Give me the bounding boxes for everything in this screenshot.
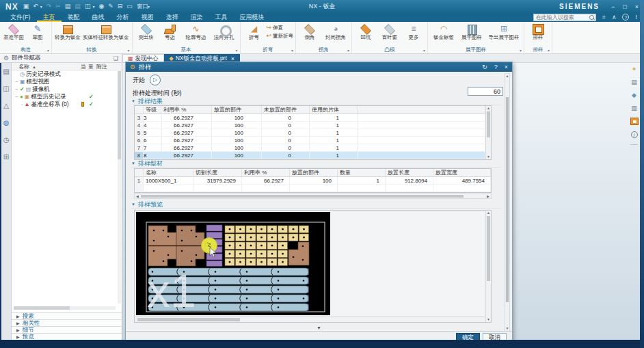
scrollbar-thumb[interactable] bbox=[118, 71, 121, 159]
menu-tab-application[interactable]: 应用模块 bbox=[234, 13, 271, 22]
display-mode-icon[interactable]: ◫ bbox=[85, 0, 91, 13]
undo-icon[interactable]: ↶ bbox=[33, 0, 38, 13]
navigator-section-preview[interactable]: ▶预览 bbox=[12, 333, 122, 340]
alert-icon[interactable]: ! bbox=[635, 14, 637, 21]
scroll-left-icon[interactable]: ◀ bbox=[135, 194, 140, 198]
scroll-down-icon[interactable]: ▼ bbox=[505, 326, 509, 331]
scrollbar-thumb[interactable] bbox=[506, 97, 509, 302]
flat-pattern-button[interactable]: 展平图样 bbox=[458, 23, 485, 40]
group-label-punch[interactable]: 凸模▾ bbox=[354, 46, 425, 53]
assembly-navigator-icon[interactable]: ▤ bbox=[3, 68, 9, 75]
convert-to-sheet-metal-button[interactable]: 转换为钣金 bbox=[54, 23, 81, 40]
menu-tab-select[interactable]: 选择 bbox=[160, 13, 185, 22]
menu-tab-home[interactable]: 主页 bbox=[37, 13, 62, 22]
scrollbar-thumb[interactable] bbox=[137, 318, 240, 321]
microphone-icon[interactable]: ◉ bbox=[98, 0, 104, 13]
menu-tab-curve[interactable]: 曲线 bbox=[86, 13, 111, 22]
column-header[interactable]: 数量 bbox=[338, 169, 386, 177]
command-search-input[interactable] bbox=[533, 14, 596, 21]
constraint-navigator-icon[interactable]: ◫ bbox=[3, 85, 9, 92]
column-comment[interactable]: 附注 bbox=[96, 63, 107, 70]
scroll-right-icon[interactable]: ▶ bbox=[485, 194, 491, 198]
dialog-collapse-icon[interactable]: ▼ bbox=[317, 325, 321, 330]
scroll-up-icon[interactable]: ▲ bbox=[505, 74, 509, 79]
flat-solid-shortcut-icon[interactable]: ▥ bbox=[631, 105, 637, 111]
group-label-flat-pattern[interactable]: 展平图样▾ bbox=[430, 46, 522, 53]
copy-icon[interactable]: ▤ bbox=[65, 0, 71, 13]
column-header[interactable]: 未放置的部件 bbox=[262, 106, 310, 114]
scrollbar-thumb[interactable] bbox=[141, 195, 464, 198]
web-browser-icon[interactable]: ◍ bbox=[3, 120, 10, 126]
save-icon[interactable]: ▣ bbox=[23, 0, 29, 13]
minimize-button[interactable]: − bbox=[611, 3, 615, 10]
export-flat-pattern-button[interactable]: ⊞导出展平图样 bbox=[486, 23, 522, 40]
part-navigator-icon[interactable]: △ bbox=[3, 103, 9, 109]
column-header[interactable]: 等级 bbox=[144, 106, 161, 114]
column-header[interactable]: 利用率 % bbox=[161, 106, 212, 114]
nesting-button[interactable]: 排样 bbox=[526, 23, 550, 40]
menu-tab-assembly[interactable]: 装配 bbox=[62, 13, 86, 22]
minimize-ribbon-icon[interactable]: ∧ bbox=[612, 14, 617, 21]
column-c2[interactable]: 量 bbox=[88, 63, 94, 70]
dimple-button[interactable]: 凹坑 bbox=[354, 23, 377, 40]
preview-canvas[interactable]: x1 bbox=[136, 212, 330, 315]
section-results[interactable]: ▼ 排样结果 bbox=[131, 98, 501, 105]
sheet-metal-tag-button[interactable]: ◠钣金标签 bbox=[430, 23, 457, 40]
close-tab-icon[interactable]: × bbox=[231, 55, 234, 62]
dialog-help-icon[interactable]: ? bbox=[494, 64, 498, 70]
scroll-down-icon[interactable]: ▼ bbox=[486, 317, 491, 322]
roles-icon[interactable]: ⊞ bbox=[3, 154, 9, 161]
scroll-up-icon[interactable]: ▲ bbox=[486, 106, 491, 111]
collapse-icon[interactable]: − bbox=[14, 93, 18, 101]
restore-button[interactable]: □ bbox=[623, 3, 626, 10]
column-header[interactable]: 放置的部件 bbox=[290, 169, 338, 177]
window-menu[interactable]: 窗口▾ bbox=[137, 3, 150, 11]
fullscreen-icon[interactable]: ⌗ bbox=[602, 14, 606, 21]
solid-to-sheet-metal-button[interactable]: 实体特征转换为钣金 bbox=[82, 23, 130, 40]
menu-tab-view[interactable]: 视图 bbox=[135, 13, 160, 22]
contour-flange-button[interactable]: ∿轮廓弯边 bbox=[183, 23, 210, 40]
preview-horizontal-scrollbar[interactable] bbox=[136, 317, 485, 322]
undock-panel-icon[interactable]: ❏ bbox=[113, 55, 118, 62]
column-header[interactable]: 放置宽度 bbox=[433, 169, 491, 177]
collapse-icon[interactable]: − bbox=[14, 85, 18, 93]
section-stock[interactable]: ▼ 排样型材 bbox=[131, 160, 501, 168]
column-header[interactable]: 放置长度 bbox=[386, 169, 433, 177]
menu-tab-analysis[interactable]: 分析 bbox=[111, 13, 135, 22]
tab-button[interactable]: 突出块 bbox=[135, 23, 158, 40]
bend-button[interactable]: ◢折弯 bbox=[243, 23, 266, 40]
more-button[interactable]: ≡更多 bbox=[402, 23, 425, 40]
navigator-section-search[interactable]: ▶搜索 bbox=[12, 312, 122, 319]
column-name[interactable]: 名称 bbox=[18, 64, 29, 70]
column-header[interactable]: 使用的片体 bbox=[310, 106, 358, 114]
navigator-horizontal-scrollbar[interactable] bbox=[14, 306, 116, 310]
closed-corner-button[interactable]: ◕封闭拐角 bbox=[322, 23, 349, 40]
dialog-close-icon[interactable]: × bbox=[505, 64, 508, 70]
chamfer-button[interactable]: 倒角 bbox=[298, 23, 321, 40]
scroll-up-icon[interactable]: ▲ bbox=[486, 211, 491, 215]
paste-icon[interactable]: ▤ bbox=[75, 0, 81, 13]
tree-item-model-views[interactable]: − ▣ 模型视图 bbox=[12, 78, 122, 85]
touch-mode-icon[interactable]: ✎ bbox=[108, 0, 113, 13]
sketch-button[interactable]: ✎草图 bbox=[26, 23, 49, 40]
search-icon[interactable] bbox=[589, 15, 594, 20]
results-table-scrollbar[interactable]: ▲ ▼ bbox=[485, 106, 491, 159]
menu-tab-tools[interactable]: 工具 bbox=[209, 13, 234, 22]
louver-button[interactable]: 百叶窗 bbox=[378, 23, 401, 40]
menu-tab-render[interactable]: 渲染 bbox=[185, 13, 209, 22]
tree-item-history-mode[interactable]: ◷ 历史记录模式 bbox=[12, 70, 122, 78]
gear-icon[interactable]: ⚙ bbox=[3, 54, 9, 63]
flange-button[interactable]: 弯边 bbox=[159, 23, 182, 40]
navigator-section-details[interactable]: ▶细节 bbox=[12, 326, 122, 333]
cascade-windows-icon[interactable]: ⊟ bbox=[118, 0, 123, 13]
processing-time-input[interactable] bbox=[468, 87, 503, 96]
section-preview[interactable]: ▼ 排样预览 bbox=[131, 201, 501, 209]
group-label-convert[interactable]: 转换▾ bbox=[54, 46, 130, 53]
close-button[interactable]: × bbox=[635, 3, 639, 10]
group-label-basic[interactable]: 基本▾ bbox=[135, 46, 238, 53]
stock-table-horizontal-scrollbar[interactable]: ◀ ▶ bbox=[134, 193, 492, 199]
group-label-construction[interactable]: 构造▾ bbox=[2, 46, 49, 53]
dialog-reset-icon[interactable]: ↻ bbox=[482, 64, 487, 70]
navigator-section-dependencies[interactable]: ▶相关性 bbox=[12, 319, 122, 326]
group-label-nesting[interactable]: 排样▾ bbox=[526, 46, 550, 53]
